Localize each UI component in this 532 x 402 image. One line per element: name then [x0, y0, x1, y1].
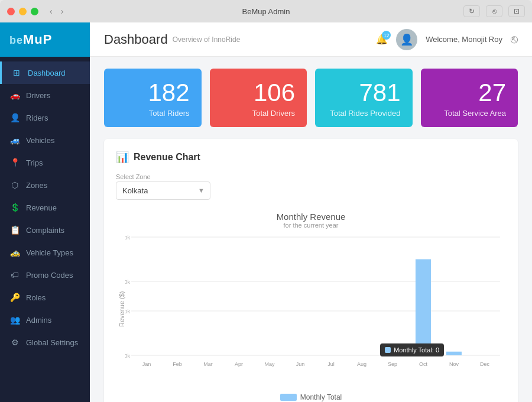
sidebar-label-trips: Trips	[26, 158, 43, 167]
logo: beMuP	[9, 32, 52, 47]
stat-label-service-area: Total Service Area	[433, 109, 507, 118]
x-axis-label: Mar	[203, 361, 213, 367]
y-axis-tick: 160k	[125, 235, 131, 241]
sidebar-item-drivers[interactable]: 🚗Drivers	[0, 84, 90, 106]
sidebar-label-zones: Zones	[26, 181, 47, 190]
bar-Nov[interactable]	[446, 352, 462, 355]
tooltip-color-swatch	[385, 347, 391, 353]
back-button[interactable]: ‹	[47, 5, 56, 17]
chart-legend: Monthly Total	[116, 393, 506, 401]
stat-label-drivers: Total Drivers	[222, 109, 296, 118]
header-right: 🔔 12 👤 Welcome, Monojit Roy ⎋	[376, 29, 518, 50]
sidebar-label-vehicles: Vehicles	[26, 136, 54, 145]
sidebar: beMuP ⊞Dashboard🚗Drivers👤Riders🚙Vehicles…	[0, 22, 90, 402]
stat-label-rides: Total Rides Provided	[327, 109, 401, 118]
sidebar-item-promo-codes[interactable]: 🏷Promo Codes	[0, 264, 90, 286]
stat-number-service-area: 27	[433, 80, 507, 105]
sidebar-item-trips[interactable]: 📍Trips	[0, 151, 90, 174]
sidebar-label-drivers: Drivers	[26, 91, 50, 100]
sidebar-nav: ⊞Dashboard🚗Drivers👤Riders🚙Vehicles📍Trips…	[0, 57, 90, 402]
window-title: BeMup Admin	[242, 7, 290, 16]
chart-container: Monthly Revenue for the current year Rev…	[116, 212, 506, 401]
stat-card-drivers: 106 Total Drivers	[210, 69, 307, 127]
sidebar-label-promo-codes: Promo Codes	[26, 271, 73, 280]
revenue-section: 📊 Revenue Chart Select Zone KolkataDelhi…	[104, 139, 518, 402]
stat-label-riders: Total Riders	[116, 109, 190, 118]
stat-card-rides: 781 Total Rides Provided	[315, 69, 413, 127]
sidebar-item-riders[interactable]: 👤Riders	[0, 106, 90, 129]
y-axis-tick: 100k	[125, 279, 131, 285]
legend-label: Monthly Total	[300, 393, 342, 401]
zone-select[interactable]: KolkataDelhiMumbaiBangalore	[116, 181, 210, 200]
forward-button[interactable]: ›	[58, 5, 67, 17]
chart-title-area: Monthly Revenue for the current year	[116, 212, 506, 229]
stat-number-drivers: 106	[222, 80, 296, 105]
notification-icon[interactable]: 🔔 12	[376, 34, 388, 45]
share-icon[interactable]: ⎋	[486, 5, 502, 17]
tooltip-text: Monthly Total: 0	[394, 346, 439, 354]
sidebar-icon-global-settings: ⚙	[9, 338, 20, 347]
traffic-light-close[interactable]	[7, 8, 15, 15]
nav-arrows: ‹ ›	[47, 5, 66, 17]
chart-subtitle: for the current year	[116, 222, 506, 229]
window-icons: ↻ ⎋ ⊡	[463, 5, 525, 17]
zone-label: Select Zone	[116, 173, 210, 180]
sidebar-item-complaints[interactable]: 📋Complaints	[0, 219, 90, 241]
chart-title: Monthly Revenue	[116, 212, 506, 222]
section-title: 📊 Revenue Chart	[116, 151, 506, 164]
traffic-lights	[7, 8, 38, 15]
y-axis-tick: 60k	[125, 309, 131, 315]
app-container: beMuP ⊞Dashboard🚗Drivers👤Riders🚙Vehicles…	[0, 22, 532, 402]
x-axis-label: Feb	[173, 361, 182, 367]
sidebar-label-complaints: Complaints	[26, 226, 64, 235]
notification-badge: 12	[382, 31, 391, 40]
page-title: Dashboard	[104, 32, 168, 47]
sidebar-item-vehicle-types[interactable]: 🚕Vehicle Types	[0, 241, 90, 264]
sidebar-icon-admins: 👥	[9, 315, 20, 325]
sidebar-icon-zones: ⬡	[9, 180, 20, 190]
x-axis-label: Sep	[388, 361, 397, 367]
legend-color-swatch	[280, 394, 297, 401]
sidebar-label-revenue: Revenue	[26, 203, 57, 212]
stat-card-riders: 182 Total Riders	[104, 69, 202, 127]
sidebar-label-admins: Admins	[26, 316, 51, 325]
bar-Oct[interactable]	[416, 260, 431, 356]
sidebar-icon-vehicle-types: 🚕	[9, 248, 20, 257]
x-axis-label: Jan	[142, 361, 151, 367]
page-content: 182 Total Riders 106 Total Drivers 781 T…	[90, 57, 532, 402]
sidebar-icon-riders: 👤	[9, 113, 20, 122]
y-axis-tick: 0k	[125, 353, 131, 359]
x-axis-label: Nov	[449, 361, 459, 367]
page-subtitle: Overview of InnoRide	[173, 35, 241, 44]
traffic-light-fullscreen[interactable]	[31, 8, 38, 15]
sidebar-label-riders: Riders	[26, 114, 48, 122]
sidebar-icon-dashboard: ⊞	[11, 68, 22, 77]
x-axis-label: Aug	[357, 361, 366, 367]
sidebar-item-revenue[interactable]: 💲Revenue	[0, 196, 90, 219]
sidebar-label-roles: Roles	[26, 293, 46, 302]
traffic-light-minimize[interactable]	[19, 8, 27, 15]
sidebar-item-global-settings[interactable]: ⚙Global Settings	[0, 331, 90, 354]
zoom-icon[interactable]: ⊡	[508, 5, 525, 17]
sidebar-item-dashboard[interactable]: ⊞Dashboard	[0, 61, 90, 84]
sidebar-icon-drivers: 🚗	[9, 90, 20, 100]
sidebar-item-admins[interactable]: 👥Admins	[0, 309, 90, 331]
zone-select-wrap: Select Zone KolkataDelhiMumbaiBangalore …	[116, 173, 210, 200]
stat-card-service-area: 27 Total Service Area	[421, 69, 518, 127]
sidebar-icon-revenue: 💲	[9, 203, 20, 212]
sidebar-item-vehicles[interactable]: 🚙Vehicles	[0, 129, 90, 151]
x-axis-label: Jul	[327, 361, 335, 367]
sidebar-icon-vehicles: 🚙	[9, 135, 20, 145]
sidebar-item-zones[interactable]: ⬡Zones	[0, 174, 90, 196]
sidebar-item-roles[interactable]: 🔑Roles	[0, 286, 90, 309]
logout-icon[interactable]: ⎋	[511, 33, 518, 46]
window-chrome: ‹ › BeMup Admin ↻ ⎋ ⊡	[0, 0, 532, 22]
sidebar-icon-complaints: 📋	[9, 225, 20, 235]
logo-area: beMuP	[0, 22, 90, 57]
y-axis-label: Revenue ($)	[116, 231, 125, 387]
header: Dashboard Overview of InnoRide 🔔 12 👤 We…	[90, 22, 532, 57]
sidebar-label-vehicle-types: Vehicle Types	[26, 248, 73, 257]
sidebar-icon-promo-codes: 🏷	[9, 270, 20, 280]
reload-icon[interactable]: ↻	[463, 5, 480, 17]
sidebar-icon-trips: 📍	[9, 158, 20, 167]
